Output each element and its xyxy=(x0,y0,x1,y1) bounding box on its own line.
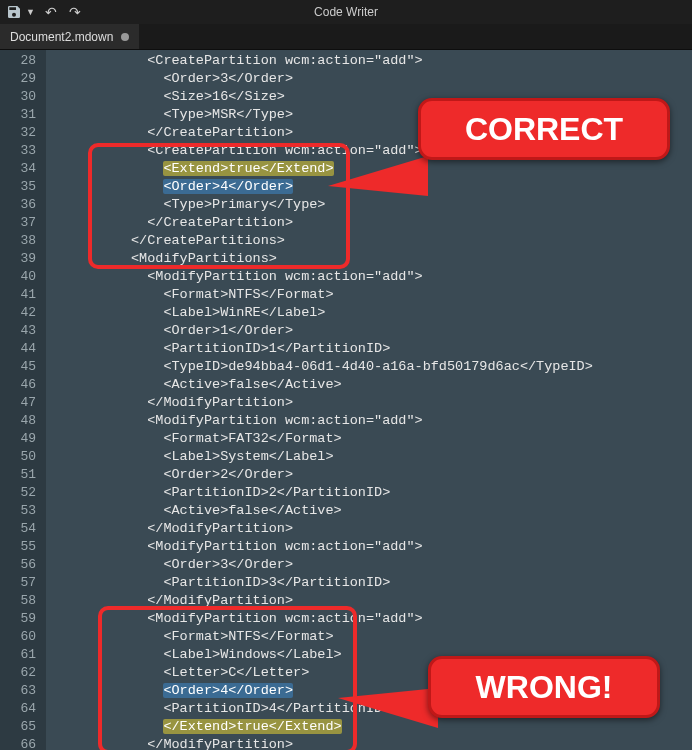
code-line[interactable]: <PartitionID>1</PartitionID> xyxy=(46,340,692,358)
line-number: 52 xyxy=(0,484,46,502)
code-line[interactable]: <PartitionID>2</PartitionID> xyxy=(46,484,692,502)
line-number: 54 xyxy=(0,520,46,538)
line-number: 66 xyxy=(0,736,46,750)
line-number: 63 xyxy=(0,682,46,700)
undo-icon[interactable]: ↶ xyxy=(43,4,59,20)
save-icon[interactable] xyxy=(6,4,22,20)
code-line[interactable]: <ModifyPartition wcm:action="add"> xyxy=(46,610,692,628)
line-number: 53 xyxy=(0,502,46,520)
line-number: 44 xyxy=(0,340,46,358)
line-number: 65 xyxy=(0,718,46,736)
line-number: 46 xyxy=(0,376,46,394)
redo-icon[interactable]: ↷ xyxy=(67,4,83,20)
code-line[interactable]: <TypeID>de94bba4-06d1-4d40-a16a-bfd50179… xyxy=(46,358,692,376)
line-number: 64 xyxy=(0,700,46,718)
callout-correct: CORRECT xyxy=(418,98,670,160)
line-number: 35 xyxy=(0,178,46,196)
line-number: 58 xyxy=(0,592,46,610)
dirty-indicator-icon xyxy=(121,33,129,41)
line-number: 45 xyxy=(0,358,46,376)
code-line[interactable]: <Order>3</Order> xyxy=(46,556,692,574)
code-line[interactable]: <Active>false</Active> xyxy=(46,376,692,394)
app-title: Code Writer xyxy=(314,5,378,19)
code-line[interactable]: </ModifyPartition> xyxy=(46,592,692,610)
line-number: 39 xyxy=(0,250,46,268)
line-number: 30 xyxy=(0,88,46,106)
line-number: 41 xyxy=(0,286,46,304)
highlight-yellow: </Extend>true</Extend> xyxy=(163,719,341,734)
line-number: 33 xyxy=(0,142,46,160)
code-line[interactable]: <Active>false</Active> xyxy=(46,502,692,520)
code-line[interactable]: <Order>3</Order> xyxy=(46,70,692,88)
code-line[interactable]: </ModifyPartition> xyxy=(46,736,692,750)
line-number-gutter: 2829303132333435363738394041424344454647… xyxy=(0,50,46,750)
line-number: 62 xyxy=(0,664,46,682)
code-line[interactable]: </CreatePartitions> xyxy=(46,232,692,250)
code-line[interactable]: </ModifyPartition> xyxy=(46,520,692,538)
code-line[interactable]: <PartitionID>3</PartitionID> xyxy=(46,574,692,592)
code-line[interactable]: <Order>1</Order> xyxy=(46,322,692,340)
line-number: 49 xyxy=(0,430,46,448)
line-number: 34 xyxy=(0,160,46,178)
line-number: 38 xyxy=(0,232,46,250)
code-line[interactable]: <ModifyPartitions> xyxy=(46,250,692,268)
line-number: 47 xyxy=(0,394,46,412)
line-number: 51 xyxy=(0,466,46,484)
line-number: 37 xyxy=(0,214,46,232)
tab-document[interactable]: Document2.mdown xyxy=(0,24,139,49)
tab-bar: Document2.mdown xyxy=(0,24,692,50)
line-number: 59 xyxy=(0,610,46,628)
code-line[interactable]: </CreatePartition> xyxy=(46,214,692,232)
code-line[interactable]: <Order>2</Order> xyxy=(46,466,692,484)
line-number: 36 xyxy=(0,196,46,214)
line-number: 48 xyxy=(0,412,46,430)
highlight-blue: <Order>4</Order> xyxy=(163,179,293,194)
tab-filename: Document2.mdown xyxy=(10,30,113,44)
code-editor[interactable]: 2829303132333435363738394041424344454647… xyxy=(0,50,692,750)
code-line[interactable]: <Label>System</Label> xyxy=(46,448,692,466)
line-number: 57 xyxy=(0,574,46,592)
callout-wrong: WRONG! xyxy=(428,656,660,718)
code-line[interactable]: <Format>NTFS</Format> xyxy=(46,286,692,304)
line-number: 56 xyxy=(0,556,46,574)
line-number: 40 xyxy=(0,268,46,286)
code-line[interactable]: <Format>FAT32</Format> xyxy=(46,430,692,448)
line-number: 42 xyxy=(0,304,46,322)
code-line[interactable]: <Format>NTFS</Format> xyxy=(46,628,692,646)
code-line[interactable]: <Type>Primary</Type> xyxy=(46,196,692,214)
line-number: 61 xyxy=(0,646,46,664)
code-line[interactable]: </ModifyPartition> xyxy=(46,394,692,412)
callout-tail-icon xyxy=(328,156,428,196)
code-line[interactable]: <ModifyPartition wcm:action="add"> xyxy=(46,268,692,286)
highlight-yellow: <Extend>true</Extend> xyxy=(163,161,333,176)
line-number: 31 xyxy=(0,106,46,124)
line-number: 29 xyxy=(0,70,46,88)
code-line[interactable]: <ModifyPartition wcm:action="add"> xyxy=(46,412,692,430)
code-line[interactable]: <Label>WinRE</Label> xyxy=(46,304,692,322)
code-line[interactable]: <CreatePartition wcm:action="add"> xyxy=(46,52,692,70)
line-number: 28 xyxy=(0,52,46,70)
callout-tail-icon xyxy=(338,688,438,728)
line-number: 43 xyxy=(0,322,46,340)
line-number: 55 xyxy=(0,538,46,556)
line-number: 32 xyxy=(0,124,46,142)
line-number: 60 xyxy=(0,628,46,646)
code-line[interactable]: <ModifyPartition wcm:action="add"> xyxy=(46,538,692,556)
title-bar: ▼ ↶ ↷ Code Writer xyxy=(0,0,692,24)
code-area[interactable]: CORRECT WRONG! <CreatePartition wcm:acti… xyxy=(46,50,692,750)
save-dropdown-icon[interactable]: ▼ xyxy=(26,7,35,17)
highlight-blue: <Order>4</Order> xyxy=(163,683,293,698)
line-number: 50 xyxy=(0,448,46,466)
